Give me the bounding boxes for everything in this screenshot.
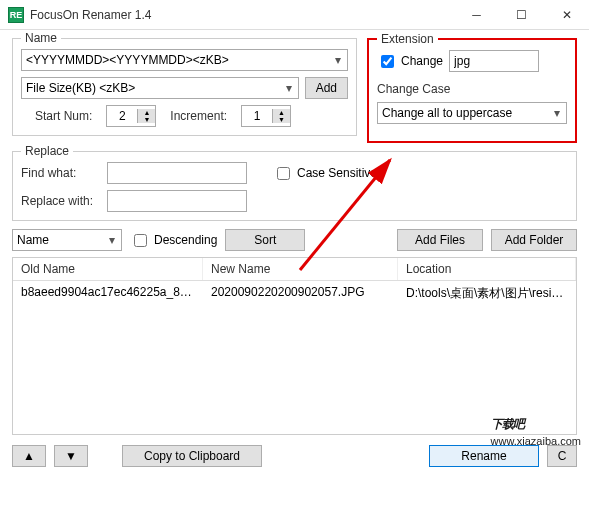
cancel-button[interactable]: C (547, 445, 577, 467)
chevron-down-icon: ▾ (329, 53, 347, 67)
name-group: Name <YYYYMMDD><YYYYMMDD><zKB> ▾ File Si… (12, 38, 357, 136)
descending-input[interactable] (134, 234, 147, 247)
maximize-button[interactable]: ☐ (499, 1, 544, 29)
col-new-name[interactable]: New Name (203, 258, 398, 280)
case-sensitive-checkbox[interactable]: Case Sensitive (273, 164, 377, 183)
add-files-button[interactable]: Add Files (397, 229, 483, 251)
extension-group-title: Extension (377, 32, 438, 46)
triangle-up-icon: ▲ (23, 449, 35, 463)
change-case-combo[interactable]: Change all to uppercase ▾ (377, 102, 567, 124)
move-down-button[interactable]: ▼ (54, 445, 88, 467)
spin-down-icon[interactable]: ▼ (272, 116, 290, 123)
chevron-down-icon: ▾ (548, 106, 566, 120)
find-what-input[interactable] (107, 162, 247, 184)
spin-down-icon[interactable]: ▼ (137, 116, 155, 123)
change-checkbox-input[interactable] (381, 55, 394, 68)
chevron-down-icon: ▾ (280, 81, 298, 95)
increment-label: Increment: (170, 109, 227, 123)
start-num-spinner[interactable]: ▲▼ (106, 105, 156, 127)
app-icon: RE (8, 7, 24, 23)
case-sensitive-input[interactable] (277, 167, 290, 180)
change-checkbox[interactable]: Change (377, 52, 443, 71)
close-button[interactable]: ✕ (544, 1, 589, 29)
add-button[interactable]: Add (305, 77, 348, 99)
minimize-button[interactable]: ─ (454, 1, 499, 29)
rename-button[interactable]: Rename (429, 445, 539, 467)
replace-group-title: Replace (21, 144, 73, 158)
start-num-input[interactable] (107, 106, 137, 126)
table-row[interactable]: b8aeed9904ac17ec46225a_800x... 202009022… (13, 281, 576, 306)
triangle-down-icon: ▼ (65, 449, 77, 463)
chevron-down-icon: ▾ (103, 233, 121, 247)
cell-new-name: 2020090220200902057.JPG (203, 281, 398, 306)
extension-group: Extension Change Change Case Change all … (367, 38, 577, 143)
find-what-label: Find what: (21, 166, 101, 180)
window-title: FocusOn Renamer 1.4 (30, 8, 454, 22)
table-header: Old Name New Name Location (13, 258, 576, 281)
descending-checkbox[interactable]: Descending (130, 231, 217, 250)
spin-up-icon[interactable]: ▲ (137, 109, 155, 116)
case-sensitive-label: Case Sensitive (297, 166, 377, 180)
col-old-name[interactable]: Old Name (13, 258, 203, 280)
sort-button[interactable]: Sort (225, 229, 305, 251)
increment-input[interactable] (242, 106, 272, 126)
variable-combo[interactable]: File Size(KB) <zKB> ▾ (21, 77, 299, 99)
copy-clipboard-button[interactable]: Copy to Clipboard (122, 445, 262, 467)
start-num-label: Start Num: (35, 109, 92, 123)
titlebar: RE FocusOn Renamer 1.4 ─ ☐ ✕ (0, 0, 589, 30)
add-folder-button[interactable]: Add Folder (491, 229, 577, 251)
sort-by-combo[interactable]: Name ▾ (12, 229, 122, 251)
change-case-label: Change Case (377, 82, 567, 96)
replace-group: Replace Find what: Case Sensitive Replac… (12, 151, 577, 221)
file-table: Old Name New Name Location b8aeed9904ac1… (12, 257, 577, 435)
extension-input[interactable] (449, 50, 539, 72)
change-label: Change (401, 54, 443, 68)
col-location[interactable]: Location (398, 258, 576, 280)
spin-up-icon[interactable]: ▲ (272, 109, 290, 116)
template-combo[interactable]: <YYYYMMDD><YYYYMMDD><zKB> ▾ (21, 49, 348, 71)
replace-with-input[interactable] (107, 190, 247, 212)
move-up-button[interactable]: ▲ (12, 445, 46, 467)
name-group-title: Name (21, 31, 61, 45)
replace-with-label: Replace with: (21, 194, 101, 208)
cell-location: D:\tools\桌面\素材\图片\resized (398, 281, 576, 306)
descending-label: Descending (154, 233, 217, 247)
cell-old-name: b8aeed9904ac17ec46225a_800x... (13, 281, 203, 306)
increment-spinner[interactable]: ▲▼ (241, 105, 291, 127)
